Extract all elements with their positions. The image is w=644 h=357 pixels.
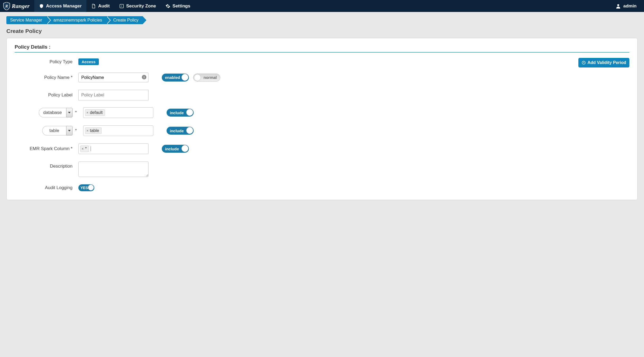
- policy-panel: Policy Details : Policy Type Access Add …: [6, 38, 638, 200]
- policy-name-input[interactable]: [78, 73, 149, 82]
- database-combo-label: database: [39, 108, 66, 117]
- label-policy-label: Policy Label: [15, 92, 78, 98]
- label-policy-type: Policy Type: [15, 59, 78, 65]
- nav-security-zone-label: Security Zone: [126, 3, 156, 9]
- brand-text: Ranger: [12, 3, 29, 10]
- text-cursor: [91, 146, 91, 151]
- tag-text: *: [85, 146, 87, 151]
- table-tag: × table: [85, 128, 101, 134]
- crumb-label: amazonemrspark Policies: [53, 18, 102, 23]
- remove-tag-icon[interactable]: ×: [82, 147, 84, 151]
- include-toggle-label: include: [170, 129, 184, 133]
- svg-text:R: R: [5, 4, 8, 8]
- yes-toggle-label: YES: [80, 186, 88, 190]
- normal-toggle-label: normal: [204, 75, 217, 80]
- include-toggle-label: include: [170, 110, 184, 115]
- label-audit-logging: Audit Logging: [15, 185, 78, 190]
- database-combo-dropdown[interactable]: [66, 108, 73, 117]
- user-icon: [615, 3, 621, 9]
- row-audit-logging: Audit Logging YES: [15, 184, 629, 191]
- info-icon[interactable]: i: [142, 75, 146, 79]
- ranger-shield-icon: R: [3, 2, 10, 10]
- nav-security-zone[interactable]: Security Zone: [115, 0, 161, 12]
- bolt-box-icon: [119, 4, 124, 8]
- table-tag-input[interactable]: × table: [83, 125, 153, 136]
- top-navbar: R Ranger Access Manager Audit Security Z…: [0, 0, 644, 12]
- label-description: Description: [15, 162, 78, 169]
- row-description: Description: [15, 162, 629, 177]
- crumb-service-manager[interactable]: Service Manager: [6, 16, 46, 24]
- policy-label-input[interactable]: [78, 90, 149, 100]
- audit-logging-toggle[interactable]: YES: [78, 184, 94, 191]
- clock-icon: [582, 61, 586, 65]
- toggle-knob: [194, 74, 201, 81]
- required-star: *: [75, 110, 77, 115]
- policy-type-badge: Access: [78, 58, 99, 65]
- nav-audit[interactable]: Audit: [86, 0, 114, 12]
- toggle-knob: [181, 74, 188, 81]
- row-table: table * × table include: [15, 125, 629, 136]
- section-title: Policy Details :: [15, 44, 629, 53]
- add-validity-period-button[interactable]: Add Validity Period: [578, 58, 629, 67]
- column-include-toggle[interactable]: include: [162, 145, 189, 153]
- description-textarea[interactable]: [78, 162, 149, 177]
- nav-user[interactable]: admin: [612, 0, 644, 12]
- nav-audit-label: Audit: [98, 3, 109, 9]
- shield-icon: [39, 4, 44, 8]
- crumb-label: Service Manager: [10, 18, 42, 23]
- gear-icon: [166, 4, 170, 8]
- breadcrumb-container: Service Manager amazonemrspark Policies …: [0, 12, 644, 26]
- crumb-create-policy[interactable]: Create Policy: [106, 16, 143, 24]
- table-combo-dropdown[interactable]: [66, 126, 73, 135]
- include-toggle-label: include: [165, 147, 179, 151]
- normal-toggle[interactable]: normal: [193, 74, 220, 82]
- remove-tag-icon[interactable]: ×: [86, 110, 88, 115]
- table-combo-label: table: [42, 126, 66, 135]
- database-tag-input[interactable]: × default: [83, 107, 153, 118]
- page-title: Create Policy: [0, 26, 644, 38]
- add-validity-label: Add Validity Period: [587, 60, 626, 65]
- crumb-label: Create Policy: [113, 18, 138, 23]
- database-include-toggle[interactable]: include: [167, 109, 194, 117]
- tag-text: table: [90, 128, 99, 133]
- column-tag: × *: [80, 146, 89, 152]
- toggle-knob: [186, 127, 193, 134]
- database-combo: database: [39, 108, 73, 117]
- column-tag-input[interactable]: × *: [78, 143, 149, 154]
- nav-settings-label: Settings: [172, 3, 190, 9]
- row-policy-type: Policy Type Access Add Validity Period: [15, 58, 629, 65]
- crumb-policies[interactable]: amazonemrspark Policies: [46, 16, 106, 24]
- toggle-knob: [186, 109, 193, 116]
- nav-settings[interactable]: Settings: [161, 0, 195, 12]
- label-emr-spark-column: EMR Spark Column *: [15, 146, 78, 151]
- nav-access-manager[interactable]: Access Manager: [34, 0, 86, 12]
- nav-user-name: admin: [623, 3, 637, 9]
- database-tag: × default: [85, 109, 105, 116]
- row-policy-name: Policy Name * i enabled normal: [15, 73, 629, 82]
- label-policy-name: Policy Name *: [15, 75, 78, 80]
- nav-access-manager-label: Access Manager: [46, 3, 82, 9]
- row-database: database * × default include: [15, 107, 629, 118]
- row-emr-spark-column: EMR Spark Column * × * include: [15, 143, 629, 154]
- enabled-toggle-label: enabled: [165, 75, 180, 80]
- toggle-knob: [181, 145, 188, 152]
- table-combo: table: [42, 126, 73, 135]
- row-policy-label: Policy Label: [15, 90, 629, 100]
- breadcrumb: Service Manager amazonemrspark Policies …: [6, 16, 638, 24]
- toggle-knob: [88, 185, 94, 190]
- required-star: *: [75, 128, 77, 133]
- brand-logo[interactable]: R Ranger: [0, 0, 34, 12]
- remove-tag-icon[interactable]: ×: [86, 129, 88, 133]
- document-icon: [91, 4, 96, 8]
- table-include-toggle[interactable]: include: [167, 127, 194, 135]
- tag-text: default: [90, 110, 103, 115]
- enabled-toggle[interactable]: enabled: [162, 74, 189, 82]
- svg-point-2: [617, 4, 619, 6]
